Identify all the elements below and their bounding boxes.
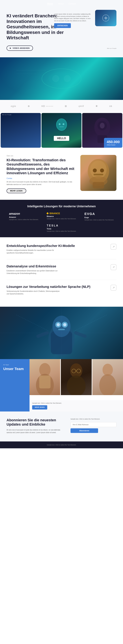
svg-line-35 bbox=[16, 315, 49, 331]
newsletter-section: Abonnieren Sie die neuesten Updates und … bbox=[0, 412, 123, 442]
binance-diamond-icon bbox=[46, 212, 49, 214]
navigation: Home About Contact bbox=[0, 0, 123, 7]
team-photo-1 bbox=[30, 359, 60, 400]
svg-point-20 bbox=[93, 168, 97, 172]
svg-point-7 bbox=[64, 75, 71, 82]
logo-item: ❋ bbox=[96, 105, 98, 108]
person-2-svg bbox=[61, 359, 91, 395]
image-grid: Bild von Freepik HELLO bbox=[0, 112, 123, 148]
mehr-sehen-button[interactable]: MEHR SEHEN bbox=[32, 405, 47, 410]
svg-point-12 bbox=[62, 123, 64, 125]
grid-image-1-bg: Bild von Freepik bbox=[1, 113, 41, 148]
footer-text: Sample text. Click to select the Text El… bbox=[47, 444, 76, 446]
partner-name-tesla: Tesla bbox=[47, 228, 76, 230]
hero-image bbox=[95, 10, 116, 26]
svg-point-6 bbox=[52, 75, 59, 82]
vr-person-bg bbox=[0, 57, 123, 100]
ai-head-svg bbox=[42, 116, 82, 137]
svg-rect-22 bbox=[93, 174, 103, 175]
service-text-1: Entwicklung kundenspezifischer KI-Modell… bbox=[7, 244, 108, 254]
team-photo-2 bbox=[61, 359, 91, 400]
service-item-3: Lösungen zur Verarbeitung natürlicher Sp… bbox=[7, 285, 116, 295]
newsletter-email-input[interactable] bbox=[71, 422, 116, 427]
binance-logo: BINANCE bbox=[47, 212, 76, 215]
video-button[interactable]: ▶ VIDEO ANSEHEN bbox=[7, 46, 33, 51]
svg-point-31 bbox=[63, 323, 66, 326]
svg-rect-34 bbox=[74, 331, 87, 338]
nav-home[interactable]: Home bbox=[47, 2, 53, 5]
service-body-2: Extrahieren unser­wertbarer Erkenntnisse… bbox=[7, 270, 62, 275]
hero-section: KI verändert Branchen: Innovationen im G… bbox=[0, 0, 123, 57]
svg-rect-13 bbox=[59, 126, 64, 127]
hero-image-credit: Bild von Freepik bbox=[107, 48, 116, 49]
grid-image-1: Bild von Freepik bbox=[1, 113, 41, 148]
team-photos bbox=[30, 359, 123, 400]
amazon-logo: amazon bbox=[9, 212, 39, 216]
svg-point-5 bbox=[48, 72, 75, 85]
service-arrow-1[interactable]: ↗ bbox=[110, 244, 116, 250]
nav-contact[interactable]: Contact bbox=[69, 2, 76, 5]
service-body-1: Erstellen maßgeschneiderter Modelle für … bbox=[7, 249, 62, 254]
team-photo-bg-3 bbox=[92, 359, 123, 395]
team-section: Ihr Team Unser Team bbox=[0, 359, 123, 412]
team-right-panel: Sample text. Click to select the Text El… bbox=[30, 359, 123, 412]
team-info: Ihr Team Unser Team bbox=[3, 364, 26, 371]
image-credit-1: Bild von Freepik bbox=[2, 114, 11, 116]
grid-image-3: 450.000 Aktive Nutzer bbox=[82, 113, 122, 148]
team-photo-bg-1 bbox=[30, 359, 60, 395]
about-image-bg bbox=[80, 155, 116, 191]
logo-item: ⊕ bbox=[28, 105, 30, 108]
team-tag: Ihr Team bbox=[3, 364, 26, 366]
hero-image-placeholder bbox=[95, 10, 116, 26]
partner-binance: BINANCE Binance Sample text. Click to se… bbox=[47, 212, 76, 221]
about-body: At vero eos et accusam et justo duo dolo… bbox=[7, 180, 75, 186]
logo-item: HD ——— bbox=[42, 105, 53, 108]
newsletter-right: Sample text. Click to select the Text El… bbox=[71, 418, 116, 435]
partner-name-amazon: Amazon bbox=[9, 216, 39, 218]
about-section: Über uns KI-Revolution: Transformation d… bbox=[0, 148, 123, 200]
svg-line-36 bbox=[74, 315, 107, 331]
partner-name-binance: Binance bbox=[47, 215, 76, 217]
stats-label: Aktive Nutzer bbox=[107, 144, 120, 146]
stats-number: 450.000 bbox=[107, 140, 120, 144]
svg-point-47 bbox=[102, 364, 113, 376]
video-button-label: VIDEO ANSEHEN bbox=[13, 47, 30, 49]
team-sample-paragraph: Sample text. Click to select the Text El… bbox=[32, 402, 120, 404]
person-1-svg bbox=[30, 359, 60, 395]
svg-rect-24 bbox=[93, 182, 104, 188]
robot-bg bbox=[0, 307, 123, 359]
service-arrow-2[interactable]: ↗ bbox=[110, 264, 116, 270]
partner-amazon: amazon Amazon Sample text. Click to sele… bbox=[9, 212, 39, 221]
newsletter-sample: Sample text. Click to select the Text El… bbox=[71, 418, 116, 420]
svg-point-10 bbox=[56, 119, 67, 131]
svg-point-19 bbox=[90, 161, 107, 179]
mehr-lesen-button[interactable]: MEHR LESEN bbox=[7, 188, 26, 193]
nav-about[interactable]: About bbox=[58, 2, 64, 5]
partner-name-evga: Evga bbox=[84, 216, 114, 218]
partners-grid: amazon Amazon Sample text. Click to sele… bbox=[7, 212, 116, 232]
team-photo-bg-2 bbox=[61, 359, 91, 395]
partner-desc-tesla: Sample text. Click to select the Text El… bbox=[47, 230, 76, 232]
robot-section bbox=[0, 307, 123, 359]
team-heading: Unser Team bbox=[3, 367, 26, 371]
service-arrow-3[interactable]: ↗ bbox=[110, 285, 116, 291]
about-contact: Contac bbox=[7, 177, 75, 179]
svg-point-11 bbox=[59, 123, 61, 125]
logo-item: nk bbox=[109, 105, 112, 108]
svg-rect-33 bbox=[36, 331, 49, 338]
newsletter-submit-button[interactable]: Abonnieren bbox=[71, 428, 98, 433]
partner-desc-amazon: Sample text. Click to select the Text El… bbox=[9, 218, 39, 221]
entdecken-button[interactable]: ENTDECKEN bbox=[54, 23, 71, 28]
newsletter-heading: Abonnieren Sie die neuesten Updates und … bbox=[7, 418, 66, 427]
service-heading-1: Entwicklung kundenspezifischer KI-Modell… bbox=[7, 244, 108, 248]
partners-title: Intelligente Lösungen für moderne Untern… bbox=[7, 205, 116, 208]
team-sample-text: Sample text. Click to select the Text El… bbox=[30, 400, 123, 412]
newsletter-left: Abonnieren Sie die neuesten Updates und … bbox=[7, 418, 66, 434]
newsletter-body: At vero eos et accusam et justo duo dolo… bbox=[7, 429, 66, 434]
service-item-2: Datenanalyse und Erkenntnisse Extrahiere… bbox=[7, 264, 116, 275]
partner-tesla: TESLA Tesla Sample text. Click to select… bbox=[47, 224, 76, 232]
footer: Sample text. Click to select the Text El… bbox=[0, 442, 123, 448]
robot-helmet-svg bbox=[80, 155, 116, 191]
service-heading-3: Lösungen zur Verarbeitung natürlicher Sp… bbox=[7, 285, 108, 289]
grid-image-2-bg: HELLO bbox=[42, 113, 82, 148]
